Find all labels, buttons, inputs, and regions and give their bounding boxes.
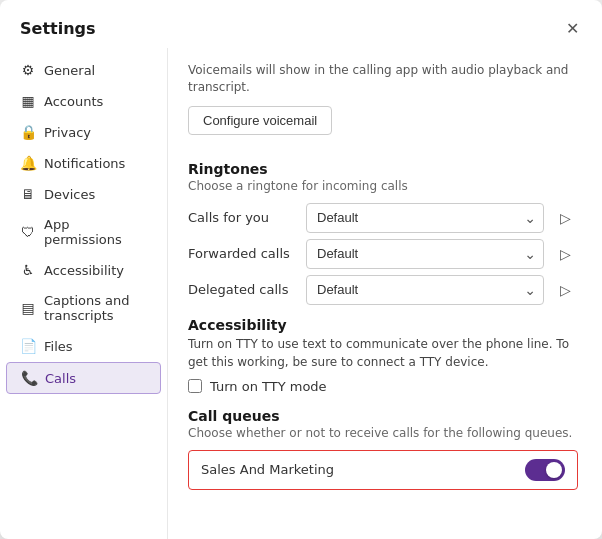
play-button-calls[interactable]: ▷ <box>552 205 578 231</box>
sidebar-item-label: Accounts <box>44 94 103 109</box>
call-queues-title: Call queues <box>188 408 578 424</box>
general-icon: ⚙ <box>20 62 36 78</box>
ringtone-select-wrapper-forwarded: Default <box>306 239 544 269</box>
ringtone-label-forwarded: Forwarded calls <box>188 246 298 261</box>
queue-toggle[interactable] <box>525 459 565 481</box>
ringtones-title: Ringtones <box>188 161 578 177</box>
ringtone-select-wrapper-calls: Default <box>306 203 544 233</box>
tty-checkbox[interactable] <box>188 379 202 393</box>
main-content: Voicemails will show in the calling app … <box>168 48 602 539</box>
captions-icon: ▤ <box>20 300 36 316</box>
settings-dialog: Settings ✕ ⚙ General ▦ Accounts 🔒 Privac… <box>0 0 602 539</box>
ringtones-desc: Choose a ringtone for incoming calls <box>188 179 578 193</box>
app-permissions-icon: 🛡 <box>20 224 36 240</box>
accessibility-section-title: Accessibility <box>188 317 578 333</box>
close-button[interactable]: ✕ <box>558 14 586 42</box>
accounts-icon: ▦ <box>20 93 36 109</box>
call-queues-section: Call queues Choose whether or not to rec… <box>188 408 578 490</box>
title-bar: Settings ✕ <box>0 0 602 48</box>
queue-name: Sales And Marketing <box>201 462 334 477</box>
devices-icon: 🖥 <box>20 186 36 202</box>
sidebar-item-label: Calls <box>45 371 76 386</box>
accessibility-icon: ♿ <box>20 262 36 278</box>
ringtone-select-wrapper-delegated: Default <box>306 275 544 305</box>
sidebar-item-label: Privacy <box>44 125 91 140</box>
notifications-icon: 🔔 <box>20 155 36 171</box>
sidebar-item-label: Notifications <box>44 156 125 171</box>
tty-checkbox-row: Turn on TTY mode <box>188 379 578 394</box>
sidebar-item-label: Captions and transcripts <box>44 293 147 323</box>
sidebar-item-captions[interactable]: ▤ Captions and transcripts <box>6 286 161 330</box>
ringtone-select-calls[interactable]: Default <box>306 203 544 233</box>
sidebar-item-devices[interactable]: 🖥 Devices <box>6 179 161 209</box>
sidebar-item-notifications[interactable]: 🔔 Notifications <box>6 148 161 178</box>
sidebar-item-privacy[interactable]: 🔒 Privacy <box>6 117 161 147</box>
sidebar-item-accessibility[interactable]: ♿ Accessibility <box>6 255 161 285</box>
configure-voicemail-button[interactable]: Configure voicemail <box>188 106 332 135</box>
sidebar-item-label: Files <box>44 339 73 354</box>
ringtones-section: Ringtones Choose a ringtone for incoming… <box>188 161 578 305</box>
sidebar-item-label: App permissions <box>44 217 147 247</box>
accessibility-section: Accessibility Turn on TTY to use text to… <box>188 317 578 394</box>
sidebar-item-files[interactable]: 📄 Files <box>6 331 161 361</box>
sidebar-item-accounts[interactable]: ▦ Accounts <box>6 86 161 116</box>
sidebar-item-label: General <box>44 63 95 78</box>
dialog-title: Settings <box>20 19 96 38</box>
sidebar-item-label: Accessibility <box>44 263 124 278</box>
ringtone-row-calls-for-you: Calls for you Default ▷ <box>188 203 578 233</box>
ringtone-row-delegated: Delegated calls Default ▷ <box>188 275 578 305</box>
toggle-track <box>525 459 565 481</box>
calls-icon: 📞 <box>21 370 37 386</box>
ringtone-label-calls: Calls for you <box>188 210 298 225</box>
call-queues-desc: Choose whether or not to receive calls f… <box>188 426 578 440</box>
sidebar-item-app-permissions[interactable]: 🛡 App permissions <box>6 210 161 254</box>
sidebar-item-label: Devices <box>44 187 95 202</box>
toggle-thumb <box>546 462 562 478</box>
play-button-forwarded[interactable]: ▷ <box>552 241 578 267</box>
play-button-delegated[interactable]: ▷ <box>552 277 578 303</box>
sidebar: ⚙ General ▦ Accounts 🔒 Privacy 🔔 Notific… <box>0 48 168 539</box>
tty-label: Turn on TTY mode <box>210 379 327 394</box>
content-area: ⚙ General ▦ Accounts 🔒 Privacy 🔔 Notific… <box>0 48 602 539</box>
ringtone-select-forwarded[interactable]: Default <box>306 239 544 269</box>
ringtone-label-delegated: Delegated calls <box>188 282 298 297</box>
accessibility-desc: Turn on TTY to use text to communicate o… <box>188 335 578 371</box>
sidebar-item-general[interactable]: ⚙ General <box>6 55 161 85</box>
ringtone-row-forwarded: Forwarded calls Default ▷ <box>188 239 578 269</box>
privacy-icon: 🔒 <box>20 124 36 140</box>
files-icon: 📄 <box>20 338 36 354</box>
top-note: Voicemails will show in the calling app … <box>188 62 578 96</box>
queue-row-sales: Sales And Marketing <box>188 450 578 490</box>
ringtone-select-delegated[interactable]: Default <box>306 275 544 305</box>
sidebar-item-calls[interactable]: 📞 Calls <box>6 362 161 394</box>
